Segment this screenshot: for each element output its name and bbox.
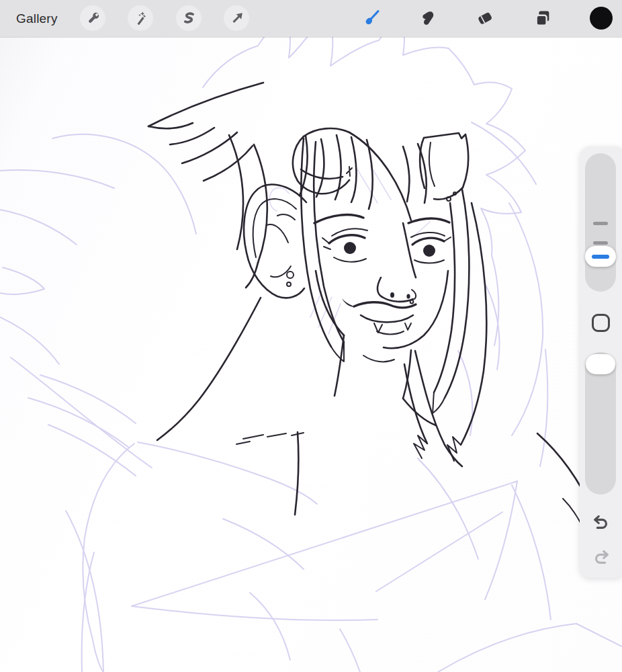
modify-button[interactable] — [592, 314, 610, 332]
size-memory-tick — [593, 222, 608, 225]
color-swatch-button[interactable] — [590, 7, 613, 30]
selection-s-icon — [181, 10, 197, 27]
redo-icon — [591, 548, 611, 569]
brush-size-handle[interactable] — [585, 246, 616, 267]
undo-button[interactable] — [591, 513, 611, 534]
gallery-button[interactable]: Gallery — [16, 0, 58, 37]
magic-wand-icon — [132, 10, 149, 27]
ink-layer — [148, 83, 594, 531]
top-toolbar: Gallery — [0, 0, 622, 37]
eraser-icon — [475, 8, 495, 28]
erase-tool-button[interactable] — [472, 5, 498, 31]
paint-tool-button[interactable] — [357, 5, 383, 31]
size-memory-tick — [593, 241, 608, 245]
adjustments-button[interactable] — [128, 5, 153, 31]
brush-size-slider[interactable] — [585, 153, 616, 292]
paintbrush-icon — [359, 7, 381, 29]
transform-arrow-icon — [228, 10, 245, 27]
opacity-handle[interactable] — [586, 354, 615, 374]
layers-button[interactable] — [530, 5, 556, 31]
opacity-slider[interactable] — [585, 352, 616, 495]
smudge-icon — [417, 8, 437, 28]
sketch-layer — [0, 3, 622, 672]
redo-button[interactable] — [591, 548, 611, 569]
smudge-tool-button[interactable] — [414, 5, 440, 31]
transform-button[interactable] — [224, 5, 249, 31]
drawing-canvas[interactable] — [0, 0, 622, 672]
handle-accent-dash — [592, 255, 609, 259]
layers-icon — [533, 8, 553, 28]
undo-icon — [591, 513, 611, 534]
actions-button[interactable] — [80, 5, 105, 31]
selection-button[interactable] — [176, 5, 202, 31]
canvas-artwork — [0, 0, 622, 672]
tool-sidebar — [580, 146, 622, 578]
wrench-icon — [85, 10, 101, 27]
app-window: Gallery — [0, 0, 622, 672]
